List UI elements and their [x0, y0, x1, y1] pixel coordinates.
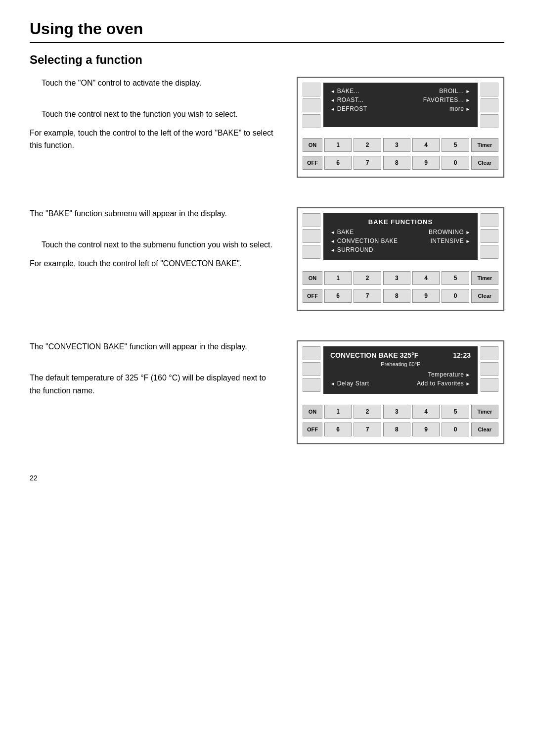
side-right-btn-3-1[interactable] — [481, 346, 498, 360]
section-3-content: The "CONVECTION BAKE" function will appe… — [30, 340, 504, 444]
clear-button-1[interactable]: Clear — [471, 156, 498, 170]
screen-row-1-2: ROAST... FAVORITES... — [330, 96, 471, 103]
key-1-7[interactable]: 7 — [354, 156, 381, 170]
display-screen-2: BAKE FUNCTIONS BAKE BROWNING CONVECTION … — [323, 213, 478, 260]
screen-row-3-2: Delay Start Add to Favorites — [330, 380, 471, 387]
timer-button-1[interactable]: Timer — [471, 138, 498, 152]
convection-title: CONVECTION BAKE 325°F — [330, 351, 418, 359]
off-button-3[interactable]: OFF — [303, 423, 322, 436]
off-button-2[interactable]: OFF — [303, 289, 322, 303]
screen-row-1-1: BAKE... BROIL... — [330, 88, 471, 94]
side-left-btn-2-1[interactable] — [303, 213, 320, 227]
display-screen-1: BAKE... BROIL... ROAST... FAVORITES... D… — [323, 83, 478, 127]
on-button-3[interactable]: ON — [303, 405, 322, 419]
side-left-btn-3-1[interactable] — [303, 346, 320, 360]
key-2-4[interactable]: 4 — [412, 271, 440, 285]
preheat-subtitle: Preheating 60°F — [330, 361, 471, 367]
side-right-btn-2-2[interactable] — [481, 229, 498, 243]
key-3-8[interactable]: 8 — [383, 423, 410, 436]
key-2-3[interactable]: 3 — [383, 271, 410, 285]
section-2-para-2: Touch the control next to the submenu fu… — [42, 238, 277, 251]
screen-row-3-1: Temperature — [330, 371, 471, 378]
screen-broil-label: BROIL... — [439, 88, 471, 94]
convection-header: CONVECTION BAKE 325°F 12:23 — [330, 351, 471, 359]
side-left-btn-2-2[interactable] — [303, 229, 320, 243]
page-number: 22 — [30, 474, 504, 482]
section-1-content: Touch the "ON" control to activate the d… — [30, 77, 504, 178]
section-1-para-2: Touch the control next to the function y… — [42, 108, 277, 121]
key-2-0[interactable]: 0 — [442, 289, 469, 303]
timer-button-3[interactable]: Timer — [471, 405, 498, 419]
screen-add-fav-label: Add to Favorites — [417, 380, 471, 387]
side-buttons-right-1 — [481, 83, 498, 132]
keypad-row-3-bottom: OFF 6 7 8 9 0 Clear — [303, 423, 498, 436]
screen-more-label: more — [449, 105, 471, 112]
key-1-6[interactable]: 6 — [324, 156, 352, 170]
key-1-1[interactable]: 1 — [324, 138, 352, 152]
screen-row-2-3: SURROUND — [330, 246, 471, 253]
key-3-7[interactable]: 7 — [354, 423, 381, 436]
key-1-5[interactable]: 5 — [442, 138, 469, 152]
side-left-btn-1[interactable] — [303, 83, 320, 96]
side-left-btn-2-3[interactable] — [303, 245, 320, 259]
key-2-2[interactable]: 2 — [354, 271, 381, 285]
key-1-4[interactable]: 4 — [412, 138, 440, 152]
key-3-0[interactable]: 0 — [442, 423, 469, 436]
clear-button-3[interactable]: Clear — [471, 423, 498, 436]
key-3-9[interactable]: 9 — [412, 423, 440, 436]
side-left-btn-3-3[interactable] — [303, 378, 320, 392]
key-2-8[interactable]: 8 — [383, 289, 410, 303]
key-2-7[interactable]: 7 — [354, 289, 381, 303]
key-3-2[interactable]: 2 — [354, 405, 381, 419]
bake-functions-title: BAKE FUNCTIONS — [330, 218, 471, 226]
screen-bake2-label: BAKE — [330, 229, 354, 236]
section-subtitle: Selecting a function — [30, 53, 504, 67]
key-2-5[interactable]: 5 — [442, 271, 469, 285]
section-3-text: The "CONVECTION BAKE" function will appe… — [30, 340, 277, 403]
screen-row-2-2: CONVECTION BAKE INTENSIVE — [330, 237, 471, 244]
side-right-btn-2[interactable] — [481, 98, 498, 112]
on-button-1[interactable]: ON — [303, 138, 322, 152]
keypad-row-1-bottom: OFF 6 7 8 9 0 Clear — [303, 156, 498, 170]
key-3-6[interactable]: 6 — [324, 423, 352, 436]
side-right-btn-3[interactable] — [481, 114, 498, 128]
side-right-btn-2-3[interactable] — [481, 245, 498, 259]
screen-row-1-3: DEFROST more — [330, 105, 471, 112]
side-buttons-left-3 — [303, 346, 320, 399]
side-left-btn-3-2[interactable] — [303, 362, 320, 376]
key-2-6[interactable]: 6 — [324, 289, 352, 303]
section-3: The "CONVECTION BAKE" function will appe… — [30, 340, 504, 454]
screen-browning-label: BROWNING — [429, 229, 471, 236]
convection-time: 12:23 — [453, 351, 471, 359]
timer-button-2[interactable]: Timer — [471, 271, 498, 285]
key-3-1[interactable]: 1 — [324, 405, 352, 419]
key-1-9[interactable]: 9 — [412, 156, 440, 170]
clear-button-2[interactable]: Clear — [471, 289, 498, 303]
section-1-para-3: For example, touch the control to the le… — [30, 127, 277, 152]
keypad-row-2-bottom: OFF 6 7 8 9 0 Clear — [303, 289, 498, 303]
key-2-9[interactable]: 9 — [412, 289, 440, 303]
side-buttons-right-3 — [481, 346, 498, 399]
key-3-3[interactable]: 3 — [383, 405, 410, 419]
side-left-btn-3[interactable] — [303, 114, 320, 128]
side-right-btn-1[interactable] — [481, 83, 498, 96]
side-right-btn-3-3[interactable] — [481, 378, 498, 392]
key-1-0[interactable]: 0 — [442, 156, 469, 170]
screen-temperature-label: Temperature — [428, 371, 471, 378]
section-2-para-1: The "BAKE" function submenu will appear … — [30, 207, 277, 220]
section-2: The "BAKE" function submenu will appear … — [30, 207, 504, 321]
side-right-btn-3-2[interactable] — [481, 362, 498, 376]
side-right-btn-2-1[interactable] — [481, 213, 498, 227]
key-2-1[interactable]: 1 — [324, 271, 352, 285]
page-title: Using the oven — [30, 20, 504, 43]
key-3-4[interactable]: 4 — [412, 405, 440, 419]
section-1: Touch the "ON" control to activate the d… — [30, 77, 504, 188]
screen-roast-label: ROAST... — [330, 96, 364, 103]
key-1-2[interactable]: 2 — [354, 138, 381, 152]
key-3-5[interactable]: 5 — [442, 405, 469, 419]
on-button-2[interactable]: ON — [303, 271, 322, 285]
key-1-3[interactable]: 3 — [383, 138, 410, 152]
side-left-btn-2[interactable] — [303, 98, 320, 112]
off-button-1[interactable]: OFF — [303, 156, 322, 170]
key-1-8[interactable]: 8 — [383, 156, 410, 170]
